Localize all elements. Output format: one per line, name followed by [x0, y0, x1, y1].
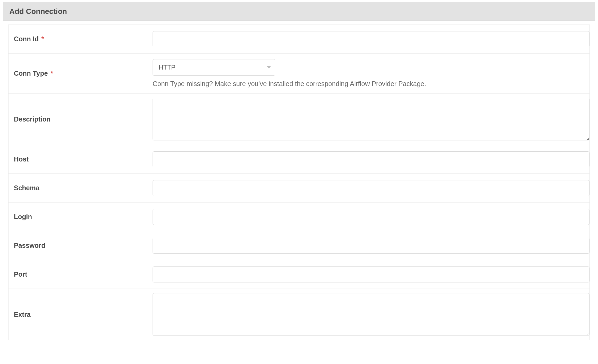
input-cell-host: [153, 151, 589, 167]
required-star-icon: *: [50, 70, 53, 77]
row-schema: Schema: [9, 174, 589, 203]
input-cell-password: [153, 238, 589, 254]
input-cell-conn-id: [153, 31, 589, 47]
schema-input[interactable]: [153, 180, 589, 196]
row-extra: Extra: [9, 289, 589, 340]
row-password: Password: [9, 231, 589, 260]
conn-type-help-text: Conn Type missing? Make sure you've inst…: [153, 80, 589, 88]
label-extra: Extra: [9, 311, 153, 318]
row-login: Login: [9, 203, 589, 231]
description-textarea[interactable]: [153, 98, 589, 140]
port-input[interactable]: [153, 266, 589, 282]
row-conn-type: Conn Type * HTTP Conn Type missing? Make…: [9, 54, 589, 94]
input-cell-extra: [153, 293, 589, 336]
label-conn-id: Conn Id *: [9, 35, 153, 43]
conn-type-select[interactable]: HTTP: [153, 59, 275, 76]
label-conn-id-text: Conn Id: [14, 35, 39, 43]
label-login: Login: [9, 213, 153, 221]
row-description: Description: [9, 94, 589, 145]
label-host: Host: [9, 155, 153, 163]
password-input[interactable]: [153, 238, 589, 254]
form-table: Conn Id * Conn Type * HTTP: [8, 25, 590, 340]
page-wrapper: Add Connection Conn Id * Conn Type: [0, 2, 598, 344]
login-input[interactable]: [153, 209, 589, 225]
input-cell-description: [153, 98, 589, 140]
conn-type-selected-value: HTTP: [159, 64, 176, 71]
required-star-icon: *: [41, 35, 44, 43]
label-password: Password: [9, 242, 153, 249]
label-schema: Schema: [9, 184, 153, 192]
extra-textarea[interactable]: [153, 293, 589, 336]
add-connection-panel: Add Connection Conn Id * Conn Type: [3, 2, 595, 344]
input-cell-port: [153, 266, 589, 282]
label-port: Port: [9, 270, 153, 278]
row-host: Host: [9, 145, 589, 174]
row-conn-id: Conn Id *: [9, 25, 589, 54]
panel-title: Add Connection: [3, 2, 595, 21]
input-cell-conn-type: HTTP Conn Type missing? Make sure you've…: [153, 59, 589, 88]
conn-id-input[interactable]: [153, 31, 589, 47]
label-conn-type-text: Conn Type: [14, 70, 48, 77]
label-conn-type: Conn Type *: [9, 70, 153, 77]
input-cell-schema: [153, 180, 589, 196]
chevron-down-icon: [267, 66, 271, 68]
panel-body: Conn Id * Conn Type * HTTP: [3, 21, 595, 344]
label-description: Description: [9, 115, 153, 123]
host-input[interactable]: [153, 151, 589, 167]
row-port: Port: [9, 260, 589, 289]
input-cell-login: [153, 209, 589, 225]
